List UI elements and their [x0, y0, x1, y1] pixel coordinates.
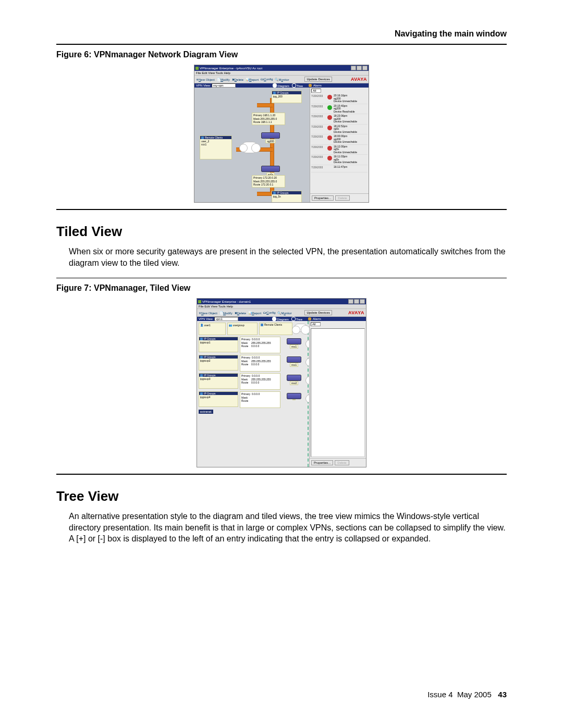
tree-view-paragraph: An alternative presentation style to the…: [69, 511, 507, 545]
cloud-icon: [294, 324, 308, 332]
toolbar: ✳New Object 📄Modify ✖Delete 📊Report 🗂Con…: [197, 309, 366, 317]
remote-clients-tile[interactable]: Remote Clients: [259, 323, 292, 335]
cloud-icon: [241, 142, 258, 153]
config-button[interactable]: 🗂Config: [261, 78, 273, 81]
cloud-icon: [308, 392, 309, 401]
report-button[interactable]: 📊Report: [246, 78, 259, 81]
alarm-item[interactable]: 7/29/200320:16:16pmsg200Device Unreachab…: [311, 94, 368, 104]
delete-button[interactable]: ✖Delete: [235, 311, 246, 315]
alarm-item[interactable]: 7/29/200320:15:40pmsg200Device Reachable: [311, 104, 368, 115]
device-details-bottom: Primary 172.20.0.20Mask 255.255.255.0Rou…: [252, 175, 285, 188]
alarm-item[interactable]: 7/29/200316:11:47pm: [311, 165, 368, 172]
alarm-filter[interactable]: All: [311, 322, 321, 326]
alarm-item[interactable]: 7/29/200316:11:03pmsg5xDevice Unreachabl…: [311, 155, 368, 165]
modify-button[interactable]: 📄Modify: [219, 311, 232, 315]
device-details-top: Primary 168.1.1.20Mask 255.255.255.0Rout…: [252, 113, 285, 125]
alarm-item[interactable]: 7/29/200318:23:06pmsg200Device Unreachab…: [311, 114, 368, 125]
tree-radio[interactable]: Tree: [291, 83, 303, 88]
rule: [56, 209, 507, 210]
ip-group-details: Primary 0.0.0.0Mask Route: [240, 391, 280, 408]
alarm-panel: All Properties... Delete: [309, 321, 366, 467]
avaya-logo: AVAYA: [348, 310, 364, 315]
tile-row: IP Groupsipgroup2 Primary 0.0.0.0Mask 25…: [199, 355, 309, 372]
device-tile[interactable]: [282, 393, 306, 400]
alarm-filter[interactable]: All: [311, 89, 321, 93]
menu-bar[interactable]: File Edit View Tools Help: [197, 304, 366, 309]
diagram-canvas[interactable]: Remote Clients user_2ccc1 Primary 168.1.…: [194, 88, 310, 202]
rule: [56, 278, 507, 278]
diagram-radio[interactable]: Diagram: [272, 317, 289, 321]
monitor-button[interactable]: 🔍Monitor: [275, 78, 289, 81]
avaya-logo: AVAYA: [351, 77, 367, 82]
ip-group-tile[interactable]: IP Groupsipgroup4: [199, 391, 238, 407]
window-titlebar: VPNmanager Enterprise - ip4xxxVSU Ax roo…: [194, 65, 369, 71]
page-header: Navigating the main window: [56, 29, 507, 39]
user-tile[interactable]: 👤 user1: [199, 323, 226, 335]
config-button[interactable]: 🗂Config: [263, 311, 275, 314]
ip-group-tile[interactable]: IP Groupsipgroup3: [199, 373, 238, 389]
toolbar: ✳New Object 📄Modify ✖Delete 📊Report 🗂Con…: [194, 75, 369, 83]
ip-group-details: Primary 0.0.0.0Mask 255.255.255.255Route…: [240, 337, 280, 353]
figure-6-caption: Figure 6: VPNmanager Network Diagram Vie…: [56, 50, 507, 59]
bell-icon: [308, 317, 311, 320]
modify-button[interactable]: 📄Modify: [217, 78, 230, 81]
alarm-list-empty: [311, 328, 365, 457]
tree-radio[interactable]: Tree: [291, 317, 302, 321]
window-titlebar: VPNmanager Enterprise - domain1: [197, 299, 366, 304]
tiled-view-paragraph: When six or more security gateways are p…: [69, 246, 507, 268]
window-buttons[interactable]: [351, 66, 368, 70]
ip-group-details: Primary 0.0.0.0Mask 255.255.255.255Route…: [240, 373, 280, 390]
vpn-view-field[interactable]: vpn1: [214, 317, 238, 321]
properties-button[interactable]: Properties...: [312, 195, 334, 201]
alarm-item[interactable]: 7/29/200318:00:00pmsg200Device Unreachab…: [311, 134, 368, 145]
device-tile[interactable]: vsu1: [282, 356, 306, 367]
app-icon: [195, 67, 199, 70]
new-object-button[interactable]: ✳New Object: [199, 311, 217, 315]
usergroup-tile[interactable]: 👥 usergroup: [227, 323, 258, 335]
new-object-button[interactable]: ✳New Object: [196, 78, 215, 81]
alarm-delete-button: Delete: [335, 195, 349, 201]
extranet-label: extranet: [199, 410, 213, 414]
properties-button[interactable]: Properties...: [311, 460, 333, 465]
ip-groups-bottom[interactable]: IP Groups ipg_5x: [272, 191, 302, 202]
alarm-item[interactable]: 7/29/200316:12:00pmsg5xDevice Unreachabl…: [311, 145, 368, 155]
alarm-list[interactable]: 7/29/200320:16:16pmsg200Device Unreachab…: [310, 94, 369, 193]
figure-6-image: VPNmanager Enterprise - ip4xxxVSU Ax roo…: [56, 65, 507, 203]
report-button[interactable]: 📊Report: [248, 311, 261, 315]
diagram-radio[interactable]: Diagram: [272, 83, 289, 88]
cloud-icon: [308, 374, 309, 382]
device-tile[interactable]: vsu2: [282, 375, 306, 385]
alarm-header: Alarm: [307, 317, 366, 321]
vpn-view-field[interactable]: my-vpn: [212, 83, 236, 88]
alarm-item[interactable]: 7/29/200318:22:52pmsg5xDevice Unreachabl…: [311, 125, 368, 135]
app-icon: [198, 300, 201, 303]
rule: [56, 474, 507, 475]
bell-icon: [309, 84, 312, 87]
update-devices-button[interactable]: Update Devices: [304, 310, 332, 315]
delete-button[interactable]: ✖Delete: [232, 78, 243, 81]
tiled-canvas[interactable]: 👤 user1 👥 usergroup Remote Clients IP Gr…: [197, 321, 309, 467]
window-title: VPNmanager Enterprise - ip4xxxVSU Ax roo…: [200, 67, 262, 70]
tiled-view-heading: Tiled View: [56, 224, 507, 240]
alarm-delete-button: Delete: [335, 460, 349, 465]
tile-row: IP Groupsipgroup1 Primary 0.0.0.0Mask 25…: [199, 337, 309, 353]
vpn-view-bar: VPN View vpn1 Diagram Tree Alarm: [197, 317, 366, 321]
alarm-panel: All 7/29/200320:16:16pmsg200Device Unrea…: [310, 88, 369, 202]
update-devices-button[interactable]: Update Devices: [304, 77, 332, 82]
monitor-button[interactable]: 🔍Monitor: [277, 311, 291, 315]
ip-groups-top[interactable]: IP Groups ipg_200: [272, 91, 302, 103]
device-sg200[interactable]: sg200: [261, 132, 280, 143]
alarm-header: Alarm: [307, 83, 369, 88]
menu-bar[interactable]: File Edit View Tools Help: [194, 71, 369, 75]
cloud-icon: [308, 356, 309, 364]
ip-group-tile[interactable]: IP Groupsipgroup1: [199, 337, 238, 352]
window-title: VPNmanager Enterprise - domain1: [202, 300, 251, 303]
ip-group-details: Primary 0.0.0.0Mask 255.255.255.255Route…: [240, 355, 280, 372]
figure-7-image: VPNmanager Enterprise - domain1 File Edi…: [56, 298, 507, 467]
ip-group-tile[interactable]: IP Groupsipgroup2: [199, 355, 238, 371]
device-tile[interactable]: vsu1: [282, 338, 306, 349]
remote-clients-panel[interactable]: Remote Clients user_2ccc1: [200, 135, 232, 159]
page-footer: Issue 4 May 2005 43: [427, 690, 507, 699]
tree-view-heading: Tree View: [56, 488, 507, 504]
window-buttons[interactable]: [348, 299, 365, 304]
